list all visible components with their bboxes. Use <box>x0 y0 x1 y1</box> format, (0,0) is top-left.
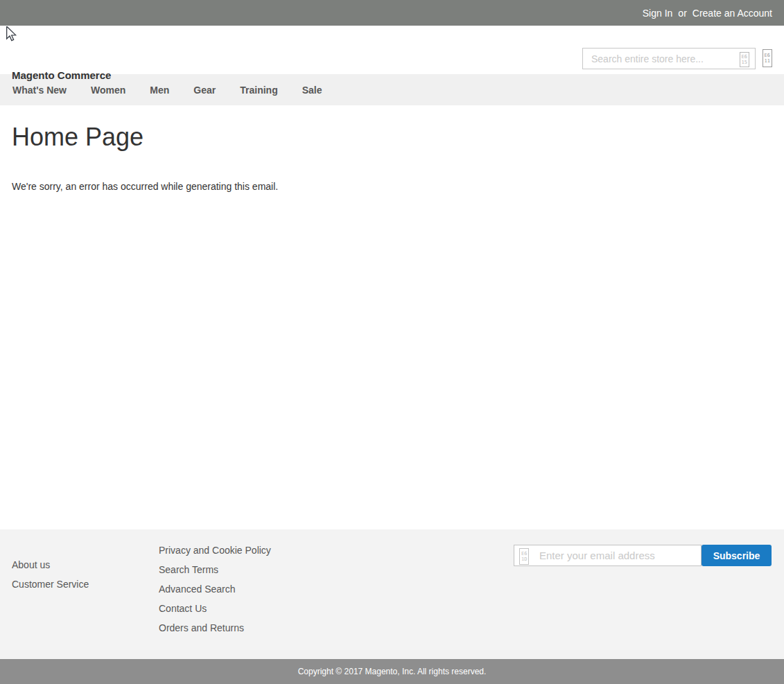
glyph-hex-row: 15 <box>742 60 747 65</box>
footer-link-privacy-policy[interactable]: Privacy and Cookie Policy <box>159 545 271 555</box>
store-logo[interactable]: Magento Commerce <box>12 69 111 81</box>
footer-link-search-terms[interactable]: Search Terms <box>159 565 271 575</box>
cart-icon[interactable]: E6 11 <box>763 49 772 67</box>
footer-links-column-2: Privacy and Cookie Policy Search Terms A… <box>159 545 271 642</box>
main-content: Home Page We're sorry, an error has occu… <box>0 105 784 529</box>
nav-item-sale[interactable]: Sale <box>302 85 322 96</box>
main-navigation: What's New Women Men Gear Training Sale <box>0 74 784 105</box>
glyph-hex-row: 1D <box>521 556 527 562</box>
search-input[interactable] <box>583 49 722 69</box>
or-text: or <box>678 8 686 19</box>
footer-link-about-us[interactable]: About us <box>12 560 89 570</box>
glyph-hex-row: E6 <box>765 53 770 58</box>
glyph-hex-row: E6 <box>742 54 747 60</box>
error-message: We're sorry, an error has occurred while… <box>12 181 772 192</box>
page-footer: About us Customer Service Privacy and Co… <box>0 529 784 659</box>
subscribe-button[interactable]: Subscribe <box>702 545 772 566</box>
sign-in-link[interactable]: Sign In <box>643 8 673 19</box>
footer-link-orders-returns[interactable]: Orders and Returns <box>159 623 271 633</box>
newsletter-signup: E6 1D Subscribe <box>514 545 772 566</box>
create-account-link[interactable]: Create an Account <box>692 8 772 19</box>
nav-item-women[interactable]: Women <box>91 85 125 96</box>
nav-item-training[interactable]: Training <box>240 85 277 96</box>
footer-link-advanced-search[interactable]: Advanced Search <box>159 584 271 594</box>
copyright-bar: Copyright © 2017 Magento, Inc. All right… <box>0 659 784 684</box>
nav-item-gear[interactable]: Gear <box>193 85 216 96</box>
nav-item-whats-new[interactable]: What's New <box>12 85 67 96</box>
newsletter-email-input[interactable] <box>539 545 699 565</box>
nav-item-men[interactable]: Men <box>150 85 169 96</box>
page-title: Home Page <box>12 105 772 152</box>
envelope-icon: E6 1D <box>519 548 529 565</box>
top-panel: Sign In or Create an Account <box>0 0 784 26</box>
search-box: E6 15 <box>582 48 756 69</box>
footer-links-column-1: About us Customer Service <box>12 560 89 599</box>
glyph-hex-row: 11 <box>765 58 770 64</box>
page-header: Magento Commerce E6 15 E6 11 <box>0 26 784 74</box>
glyph-hex-row: E6 <box>521 551 527 556</box>
footer-link-contact-us[interactable]: Contact Us <box>159 604 271 613</box>
newsletter-input-box: E6 1D <box>514 545 702 566</box>
footer-link-customer-service[interactable]: Customer Service <box>12 579 89 589</box>
search-icon[interactable]: E6 15 <box>740 52 749 67</box>
copyright-text: Copyright © 2017 Magento, Inc. All right… <box>298 667 487 676</box>
